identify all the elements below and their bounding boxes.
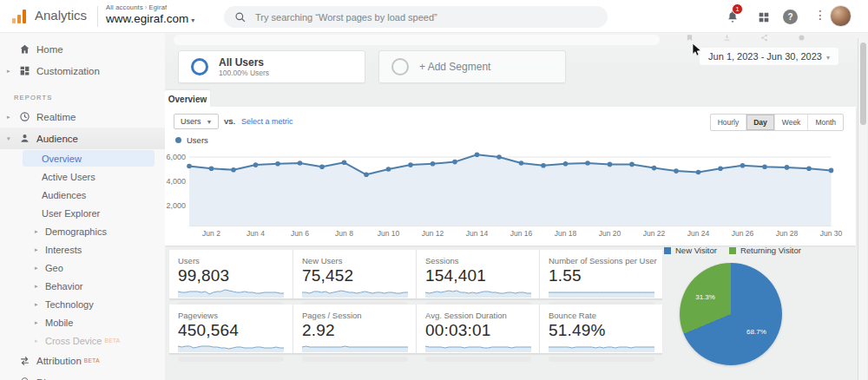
svg-text:Jun 18: Jun 18 bbox=[555, 229, 577, 238]
sidebar-item-overview[interactable]: Overview bbox=[23, 150, 155, 167]
sidebar-item-label: Discover bbox=[36, 377, 76, 380]
metric-dropdown-label: Users bbox=[181, 117, 201, 126]
sidebar-item-mobile[interactable]: ▸Mobile bbox=[0, 313, 165, 331]
sidebar-item-label: Geo bbox=[45, 263, 63, 273]
sidebar-item-demographics[interactable]: ▸Demographics bbox=[0, 222, 165, 240]
breadcrumb-item: Egiraf bbox=[149, 3, 168, 11]
granularity-month[interactable]: Month bbox=[807, 115, 843, 130]
sidebar-item-label: Demographics bbox=[45, 226, 107, 237]
caret-right-icon[interactable]: ▸ bbox=[35, 265, 38, 272]
sidebar-section-reports: REPORTS bbox=[0, 88, 165, 106]
sidebar-item-attribution[interactable]: AttributionBETA bbox=[0, 350, 165, 371]
metric-card-users[interactable]: Users99,803 bbox=[169, 250, 293, 299]
account-switcher[interactable]: All accounts›Egiraf www.egiraf.com▾ bbox=[106, 3, 194, 25]
metric-card-pages-session[interactable]: Pages / Session2.92 bbox=[293, 305, 416, 354]
help-icon[interactable]: ? bbox=[783, 10, 798, 24]
property-selector[interactable]: www.egiraf.com▾ bbox=[106, 12, 194, 25]
sidebar-item-user-explorer[interactable]: User Explorer bbox=[0, 204, 165, 222]
segment-all-users[interactable]: All Users 100.00% Users bbox=[178, 50, 365, 83]
add-segment-button[interactable]: + Add Segment bbox=[378, 50, 566, 83]
caret-right-icon[interactable]: ▸ bbox=[35, 228, 38, 235]
tab-overview[interactable]: Overview bbox=[165, 90, 210, 108]
customization-icon bbox=[19, 65, 30, 76]
svg-text:Jun 10: Jun 10 bbox=[378, 229, 400, 238]
sidebar-item-customization[interactable]: ▸Customization bbox=[0, 60, 165, 82]
sidebar-item-geo[interactable]: ▸Geo bbox=[0, 259, 165, 277]
metric-label: Sessions bbox=[425, 256, 530, 265]
caret-right-icon[interactable]: ▸ bbox=[35, 283, 38, 290]
sidebar-item-cross-device[interactable]: ▸Cross DeviceBETA bbox=[0, 331, 165, 350]
sidebar-item-active-users[interactable]: Active Users bbox=[0, 167, 165, 186]
sidebar-item-label: Technology bbox=[45, 299, 94, 310]
main-content: All Users 100.00% Users + Add Segment Ju… bbox=[165, 33, 868, 380]
svg-text:Jun 12: Jun 12 bbox=[422, 229, 444, 238]
metric-row-2: Pageviews450,564Pages / Session2.92Avg. … bbox=[169, 305, 662, 354]
metric-card-new-users[interactable]: New Users75,452 bbox=[293, 250, 416, 299]
sidebar-item-audiences[interactable]: Audiences bbox=[0, 186, 165, 204]
metric-label: Pageviews bbox=[178, 311, 284, 320]
sidebar-nav: Home▸CustomizationREPORTS▸Realtime▾Audie… bbox=[0, 33, 165, 380]
caret-right-icon[interactable]: ▸ bbox=[35, 319, 38, 326]
sidebar-item-label: Behavior bbox=[45, 281, 82, 292]
sidebar-item-realtime[interactable]: ▸Realtime bbox=[0, 106, 165, 128]
metric-sparkline bbox=[425, 341, 531, 352]
svg-text:Jun 14: Jun 14 bbox=[466, 229, 489, 238]
metric-value: 75,452 bbox=[302, 266, 407, 285]
metric-dropdown[interactable]: Users ▼ bbox=[174, 114, 219, 129]
avatar[interactable] bbox=[830, 5, 852, 27]
scrollbar[interactable] bbox=[858, 38, 867, 380]
chevron-down-icon: ▾ bbox=[191, 16, 194, 24]
granularity-week[interactable]: Week bbox=[774, 115, 808, 130]
metric-card-avg-session-duration[interactable]: Avg. Session Duration00:03:01 bbox=[416, 305, 539, 354]
analytics-logo-icon[interactable] bbox=[12, 9, 30, 23]
granularity-hourly[interactable]: Hourly bbox=[711, 115, 746, 130]
sidebar-item-label: Overview bbox=[42, 154, 82, 164]
svg-text:Jun 28: Jun 28 bbox=[776, 229, 799, 238]
scrollbar-thumb[interactable] bbox=[860, 43, 866, 125]
sidebar-item-interests[interactable]: ▸Interests bbox=[0, 240, 165, 259]
metric-label: Bounce Rate bbox=[549, 311, 654, 320]
search-bar[interactable] bbox=[224, 6, 608, 28]
svg-text:Jun 4: Jun 4 bbox=[247, 229, 265, 238]
sidebar-item-technology[interactable]: ▸Technology bbox=[0, 295, 165, 313]
metric-label: Users bbox=[178, 256, 284, 265]
date-range-selector[interactable]: Jun 1, 2023 - Jun 30, 2023▾ bbox=[700, 48, 838, 65]
legend-label: Users bbox=[187, 135, 208, 145]
caret-down-icon[interactable]: ▾ bbox=[7, 135, 10, 142]
metric-sparkline bbox=[302, 286, 408, 298]
sidebar-item-audience[interactable]: ▾Audience bbox=[0, 128, 165, 149]
svg-text:6,000: 6,000 bbox=[166, 153, 186, 161]
metric-card-number-of-sessions-per-user[interactable]: Number of Sessions per User1.55 bbox=[539, 250, 662, 299]
metric-card-bounce-rate[interactable]: Bounce Rate51.49% bbox=[539, 305, 662, 354]
home-icon bbox=[19, 43, 30, 55]
caret-right-icon[interactable]: ▸ bbox=[35, 246, 38, 253]
breadcrumb: All accounts›Egiraf bbox=[106, 3, 194, 11]
caret-right-icon[interactable]: ▸ bbox=[35, 337, 38, 344]
visitor-type-pie-chart: 68.7%31.3% bbox=[680, 263, 782, 365]
metric-card-pageviews[interactable]: Pageviews450,564 bbox=[169, 305, 293, 354]
select-a-metric-link[interactable]: Select a metric bbox=[241, 117, 293, 126]
sidebar-item-home[interactable]: Home bbox=[0, 38, 165, 60]
metric-card-sessions[interactable]: Sessions154,401 bbox=[416, 250, 539, 299]
overflow-menu-icon[interactable]: ⋮ bbox=[814, 8, 826, 22]
metric-label: Number of Sessions per User bbox=[549, 256, 654, 265]
svg-text:Jun 30: Jun 30 bbox=[820, 229, 843, 238]
metric-label: New Users bbox=[302, 256, 407, 265]
users-line-chart-svg: 2,0004,0006,000Jun 2Jun 4Jun 6Jun 8Jun 1… bbox=[165, 148, 856, 246]
caret-right-icon[interactable]: ▸ bbox=[7, 68, 10, 75]
audience-icon bbox=[19, 133, 30, 144]
notification-badge: 1 bbox=[732, 3, 743, 15]
granularity-day[interactable]: Day bbox=[746, 115, 774, 130]
sidebar-item-discover[interactable]: Discover bbox=[0, 371, 165, 380]
caret-right-icon[interactable]: ▸ bbox=[7, 114, 10, 121]
analytics-dashboard: Analytics All accounts›Egiraf www.egiraf… bbox=[0, 0, 868, 380]
apps-grid-icon[interactable] bbox=[757, 10, 771, 24]
segment-subtitle: 100.00% Users bbox=[219, 69, 269, 77]
sidebar-item-behavior[interactable]: ▸Behavior bbox=[0, 277, 165, 295]
metric-value: 99,803 bbox=[178, 266, 284, 285]
search-input[interactable] bbox=[255, 12, 585, 23]
caret-right-icon[interactable]: ▸ bbox=[35, 301, 38, 308]
sidebar-item-label: Cross Device bbox=[45, 336, 102, 346]
sidebar-item-label: Attribution bbox=[36, 356, 82, 366]
metric-sparkline bbox=[425, 286, 531, 298]
